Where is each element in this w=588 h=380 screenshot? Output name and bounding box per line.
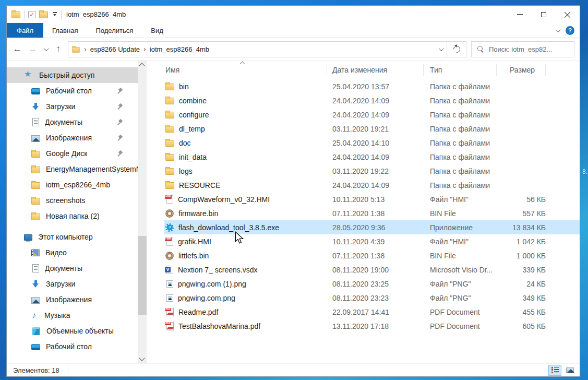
sidebar-item[interactable]: EnergyManagementSystemN <box>7 161 138 177</box>
tab-home[interactable]: Главная <box>43 23 87 38</box>
recent-locations-icon[interactable] <box>40 41 51 57</box>
search-box[interactable]: Поиск: iotm_esp82... <box>471 41 574 57</box>
tab-share[interactable]: Поделиться <box>87 23 142 38</box>
table-row[interactable]: dl_temp03.11.2020 19:21Папка с файлами <box>164 122 580 136</box>
sidebar-group-0[interactable]: Быстрый доступ <box>7 67 138 83</box>
sidebar-group-label: Этот компьютер <box>38 233 93 241</box>
desktop-icon-label-fragment: 8. <box>582 168 587 175</box>
table-row[interactable]: littlefs.bin07.11.2020 1:38BIN File1 000… <box>164 248 580 263</box>
content: Быстрый доступРабочий столЗагрузкиДокуме… <box>7 61 580 363</box>
documents-icon <box>32 118 39 126</box>
sidebar-item[interactable]: Изображения <box>7 130 138 146</box>
sidebar-item[interactable]: screenshots <box>7 193 138 208</box>
desktop-icon <box>31 88 40 94</box>
sidebar-scrollbar[interactable] <box>138 61 147 363</box>
help-icon[interactable]: ? <box>566 26 574 35</box>
tab-file[interactable]: Файл <box>7 23 43 38</box>
file-name: CompWaveform_v0_32.HMI <box>178 195 270 204</box>
file-size-cell: 13 834 КБ <box>497 223 546 232</box>
file-size-cell: 349 КБ <box>497 294 546 302</box>
address-dropdown-icon[interactable] <box>439 46 444 51</box>
table-row[interactable]: Readme.pdf22.09.2017 14:41PDF Document45… <box>164 305 580 319</box>
column-header-name[interactable]: Имя <box>164 64 327 76</box>
table-row[interactable]: init_data24.04.2020 14:09Папка с файлами <box>164 150 580 164</box>
table-row[interactable]: logs03.11.2020 19:22Папка с файлами <box>164 164 580 178</box>
table-row[interactable]: TestBalashovaMarina.pdf13.11.2020 17:18P… <box>164 319 580 333</box>
file-type-cell: Папка с файлами <box>424 125 497 133</box>
folder-icon <box>165 84 174 90</box>
table-row[interactable]: grafik.HMI10.11.2020 4:39Файл "HMI"1 042… <box>164 234 580 248</box>
close-button[interactable] <box>556 6 580 23</box>
sidebar-item-label: Изображения <box>46 134 92 142</box>
scrollbar-thumb[interactable] <box>138 236 147 315</box>
customize-toolbar-dropdown-icon[interactable] <box>53 12 57 17</box>
file-date-cell: 25.04.2020 14:10 <box>327 139 424 147</box>
table-row[interactable]: configure24.04.2020 14:09Папка с файлами <box>164 108 580 122</box>
table-row[interactable]: bin25.04.2020 13:57Папка с файлами <box>164 79 580 93</box>
table-row[interactable]: CompWaveform_v0_32.HMI10.11.2020 5:13Фай… <box>164 192 580 206</box>
properties-icon[interactable]: ✓ <box>28 11 35 18</box>
table-row[interactable]: combine24.04.2020 14:09Папка с файлами <box>164 93 580 108</box>
cube-icon <box>32 328 40 335</box>
sidebar-item[interactable]: iotm_esp8266_4mb <box>7 177 138 193</box>
file-name: bin <box>179 82 189 91</box>
back-button[interactable]: ← <box>10 41 25 57</box>
file-date-cell: 24.04.2020 14:09 <box>327 97 424 105</box>
sidebar-item[interactable]: Документы <box>7 260 138 276</box>
table-row[interactable]: flash_download_tool_3.8.5.exe28.05.2020 … <box>164 220 580 234</box>
items-count: Элементов: 18 <box>13 366 59 374</box>
table-row[interactable]: firmware.bin07.11.2020 1:38BIN File557 К… <box>164 206 580 220</box>
maximize-button[interactable] <box>532 6 556 23</box>
tab-view[interactable]: Вид <box>142 23 172 38</box>
sidebar-item[interactable]: Видео <box>7 245 138 260</box>
scroll-up-icon[interactable] <box>139 63 145 68</box>
expand-ribbon-icon[interactable] <box>556 27 561 32</box>
folder-icon <box>165 182 174 189</box>
sidebar-item[interactable]: Google Диск <box>7 146 138 161</box>
sidebar-item[interactable]: Объемные объекты <box>7 323 138 339</box>
sidebar-item[interactable]: Рабочий стол <box>7 339 138 354</box>
sidebar-item[interactable]: Документы <box>7 114 138 130</box>
column-header-type[interactable]: Тип <box>424 64 497 76</box>
thumbnails-view-icon <box>566 367 574 373</box>
sidebar-group-1[interactable]: Этот компьютер <box>7 229 138 245</box>
sidebar-item-label: iotm_esp8266_4mb <box>46 181 110 189</box>
sidebar-item[interactable]: Рабочий стол <box>7 83 138 99</box>
file-date-cell: 25.04.2020 13:57 <box>327 82 424 91</box>
file-type-cell: Папка с файлами <box>424 181 497 189</box>
breadcrumb-item[interactable]: esp8266 Update <box>90 45 140 53</box>
sidebar-item[interactable]: Загрузки <box>7 276 138 292</box>
pin-icon <box>117 88 124 94</box>
breadcrumb-item[interactable]: iotm_esp8266_4mb <box>150 45 209 53</box>
sidebar-item[interactable]: Музыка <box>7 307 138 323</box>
table-row[interactable]: RESOURCE24.04.2020 14:09Папка с файлами <box>164 178 580 192</box>
column-header-size[interactable]: Размер <box>497 64 546 76</box>
column-header-date[interactable]: Дата изменения <box>327 64 424 76</box>
file-size-cell: 1 000 КБ <box>497 252 546 260</box>
breadcrumb-chevron-icon: › <box>143 45 146 53</box>
close-icon <box>565 11 571 18</box>
table-row[interactable]: pngwing.com.png08.11.2020 23:23Файл "PNG… <box>164 291 580 305</box>
up-button[interactable]: ↑ <box>51 41 66 57</box>
hmi-icon <box>166 238 173 246</box>
table-row[interactable]: pngwing.com (1).png08.11.2020 23:25Файл … <box>164 277 580 291</box>
thumbnails-view-button[interactable] <box>563 365 577 376</box>
folder-icon <box>165 154 174 161</box>
forward-button[interactable]: → <box>25 41 40 57</box>
details-view-button[interactable] <box>548 365 561 376</box>
file-name: grafik.HMI <box>178 238 211 246</box>
file-type-cell: Папка с файлами <box>424 111 497 119</box>
sidebar-item[interactable]: Загрузки <box>7 99 138 114</box>
minimize-button[interactable] <box>508 6 532 23</box>
maximize-icon <box>541 12 546 17</box>
folder-icon <box>165 126 174 133</box>
refresh-button[interactable] <box>447 41 466 57</box>
search-input[interactable]: Поиск: iotm_esp82... <box>489 45 552 53</box>
sidebar-item[interactable]: Новая папка (2) <box>7 208 138 224</box>
scroll-down-icon[interactable] <box>139 355 145 361</box>
address-bar[interactable]: › esp8266 Update › iotm_esp8266_4mb <box>68 41 447 57</box>
table-row[interactable]: Nextion 7_ screens.vsdx08.11.2020 19:00M… <box>164 263 580 277</box>
table-row[interactable]: doc25.04.2020 14:10Папка с файлами <box>164 136 580 150</box>
sidebar-item[interactable]: Изображения <box>7 292 138 307</box>
new-folder-icon[interactable] <box>39 11 48 18</box>
